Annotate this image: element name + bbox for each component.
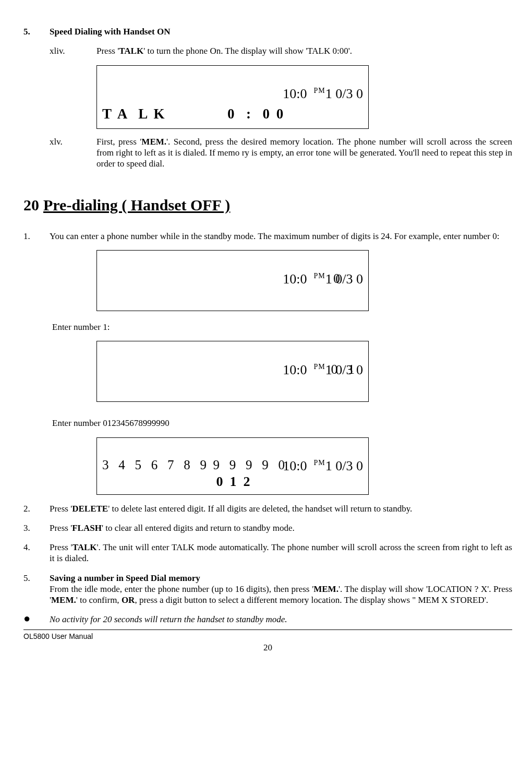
page-number: 20 <box>23 642 512 653</box>
step-xlv-text: First, press 'MEM.'. Second, press the d… <box>96 136 512 170</box>
step-1-text: You can enter a phone number while in th… <box>50 231 512 242</box>
step-4-text: Press 'TALK'. The unit will enter TALK m… <box>50 542 512 564</box>
lcd-display-1: 10:0 PM1 0/3 0 T A L K 0 : 0 0 <box>96 65 369 129</box>
step-xliv-text: Press 'TALK' to turn the phone On. The d… <box>96 45 512 56</box>
lcd4-line3: 0 1 2 <box>103 473 363 491</box>
lcd2-line2: 0 <box>333 270 340 288</box>
lcd-display-3: 10:0 PM1 0/3 0 0 1 <box>96 341 369 402</box>
step-2: 2. Press 'DELETE' to delete last entered… <box>23 503 512 514</box>
section-5-heading: 5. Speed Dialing with Handset ON <box>23 26 512 37</box>
section-20-number: 20 <box>23 195 43 215</box>
step-5-number: 5. <box>23 573 50 606</box>
note-text: No activity for 20 seconds will return t… <box>50 614 512 625</box>
lcd-display-2: 10:0 PM1 0/3 0 0 <box>96 250 369 311</box>
enter-1-label: Enter number 1: <box>52 322 512 332</box>
step-5-text: Saving a number in Speed Dial memory Fro… <box>50 573 512 606</box>
enter-2-label: Enter number 012345678999990 <box>52 418 512 429</box>
section-5-number: 5. <box>23 26 50 37</box>
step-4-number: 4. <box>23 542 50 564</box>
step-5: 5. Saving a number in Speed Dial memory … <box>23 573 512 606</box>
lcd-display-4: 10:0 PM1 0/3 0 3 4 5 6 7 8 9 9 9 9 9 0 0… <box>96 437 369 495</box>
step-xliv: xliv. Press 'TALK' to turn the phone On.… <box>50 45 512 56</box>
step-3-number: 3. <box>23 522 50 533</box>
step-xlv: xlv. First, press 'MEM.'. Second, press … <box>50 136 512 170</box>
step-5-title: Saving a number in Speed Dial memory <box>50 573 200 583</box>
step-xliv-label: xliv. <box>50 45 96 56</box>
footer-left: OL5800 User Manual <box>23 632 93 642</box>
step-1-number: 1. <box>23 231 50 242</box>
lcd2-time: 10:0 PM1 0/3 0 <box>269 254 363 305</box>
step-1: 1. You can enter a phone number while in… <box>23 231 512 242</box>
step-4: 4. Press 'TALK'. The unit will enter TAL… <box>23 542 512 564</box>
step-2-text: Press 'DELETE' to delete last entered di… <box>50 503 512 514</box>
step-2-number: 2. <box>23 503 50 514</box>
step-3-text: Press 'FLASH' to clear all entered digit… <box>50 522 512 533</box>
section-20-heading: 20Pre-dialing ( Handset OFF ) <box>23 195 512 215</box>
section-20-title: Pre-dialing ( Handset OFF ) <box>43 196 230 213</box>
section-5-title: Speed Dialing with Handset ON <box>50 26 512 37</box>
footer: OL5800 User Manual 20 <box>23 629 512 654</box>
step-3: 3. Press 'FLASH' to clear all entered di… <box>23 522 512 533</box>
note-bullet: ● No activity for 20 seconds will return… <box>23 614 512 625</box>
step-xlv-label: xlv. <box>50 136 96 170</box>
lcd1-talk-right: 0 : 0 0 <box>227 105 285 123</box>
lcd1-talk-left: T A L K <box>102 105 166 123</box>
bullet-icon: ● <box>23 614 50 625</box>
lcd3-line2: 0 1 <box>331 361 355 378</box>
lcd4-line2: 3 4 5 6 7 8 9 9 9 9 9 0 <box>102 457 363 473</box>
